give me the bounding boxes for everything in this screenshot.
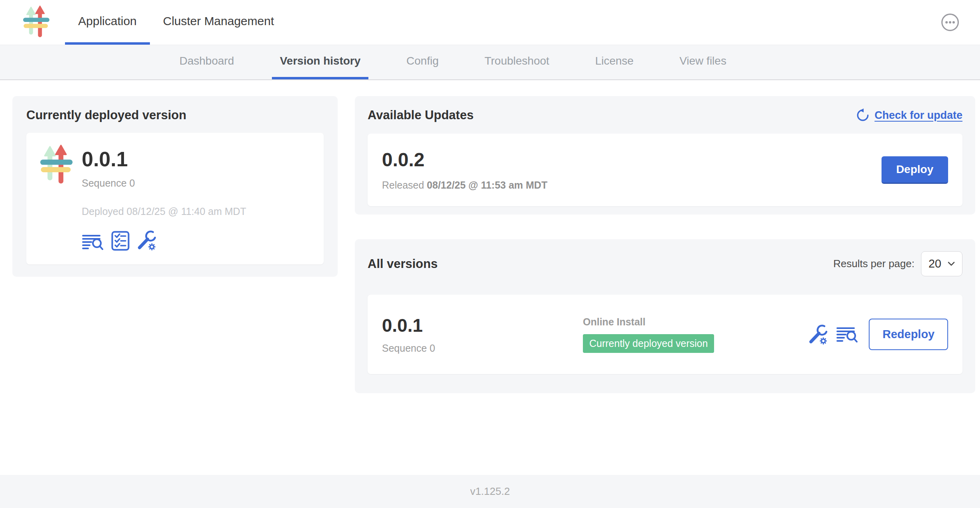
preflight-checks-icon[interactable] bbox=[111, 231, 130, 251]
subnav-tab-view-files-label: View files bbox=[679, 55, 726, 67]
results-per-page-select[interactable]: 20 bbox=[921, 251, 962, 276]
edit-config-icon[interactable] bbox=[137, 230, 157, 251]
update-version-number: 0.0.2 bbox=[382, 149, 547, 171]
deployed-version-box: 0.0.1 Sequence 0 Deployed 08/12/25 @ 11:… bbox=[26, 133, 324, 264]
chevron-down-icon bbox=[948, 262, 955, 266]
row-version-number: 0.0.1 bbox=[382, 315, 583, 336]
currently-deployed-title: Currently deployed version bbox=[26, 108, 324, 122]
results-per-page-value: 20 bbox=[929, 257, 941, 270]
update-row: 0.0.2 Released 08/12/25 @ 11:53 am MDT D… bbox=[368, 134, 962, 206]
update-released-timestamp: Released 08/12/25 @ 11:53 am MDT bbox=[382, 179, 547, 191]
app-section-nav: Dashboard Version history Config Trouble… bbox=[0, 45, 980, 80]
view-logs-icon[interactable] bbox=[82, 233, 104, 251]
row-sequence-label: Sequence 0 bbox=[382, 343, 583, 354]
row-actions: Redeploy bbox=[808, 319, 948, 350]
all-versions-card: All versions Results per page: 20 0.0 bbox=[355, 239, 975, 393]
more-menu-button[interactable] bbox=[941, 13, 959, 32]
console-footer: v1.125.2 bbox=[0, 475, 980, 508]
version-row: 0.0.1 Sequence 0 Online Install Currentl… bbox=[368, 295, 962, 374]
subnav-tab-config[interactable]: Config bbox=[398, 45, 447, 79]
deploy-button[interactable]: Deploy bbox=[882, 156, 948, 184]
view-logs-icon[interactable] bbox=[836, 326, 858, 343]
check-for-update-link[interactable]: Check for update bbox=[856, 108, 962, 122]
subnav-tab-troubleshoot-label: Troubleshoot bbox=[484, 55, 549, 67]
currently-deployed-badge: Currently deployed version bbox=[583, 334, 714, 353]
released-prefix: Released bbox=[382, 179, 424, 191]
install-type-label: Online Install bbox=[583, 316, 808, 328]
deployed-version-number: 0.0.1 bbox=[82, 147, 246, 171]
update-details: 0.0.2 Released 08/12/25 @ 11:53 am MDT bbox=[382, 149, 547, 191]
subnav-tab-view-files[interactable]: View files bbox=[671, 45, 734, 79]
available-updates-title: Available Updates bbox=[368, 108, 474, 122]
admin-console-page: Application Cluster Management Dashboard… bbox=[0, 0, 980, 508]
available-updates-card: Available Updates Check for update 0.0.2… bbox=[355, 96, 975, 215]
subnav-tab-version-history-label: Version history bbox=[280, 55, 360, 67]
app-logo-icon bbox=[23, 5, 49, 39]
subnav-tab-troubleshoot[interactable]: Troubleshoot bbox=[476, 45, 557, 79]
top-tab-application-label: Application bbox=[78, 14, 137, 28]
refresh-icon bbox=[856, 108, 870, 122]
redeploy-button[interactable]: Redeploy bbox=[869, 319, 948, 350]
edit-config-icon[interactable] bbox=[808, 324, 828, 345]
deployed-version-details: 0.0.1 Sequence 0 Deployed 08/12/25 @ 11:… bbox=[82, 145, 246, 252]
released-date: 08/12/25 @ 11:53 am MDT bbox=[427, 179, 547, 191]
check-for-update-label: Check for update bbox=[874, 109, 962, 122]
available-updates-header: Available Updates Check for update bbox=[368, 108, 962, 122]
console-version-label: v1.125.2 bbox=[470, 485, 510, 498]
deployed-sequence-label: Sequence 0 bbox=[82, 177, 246, 189]
subnav-tab-config-label: Config bbox=[406, 55, 439, 67]
top-navigation-bar: Application Cluster Management bbox=[0, 0, 980, 45]
deployed-timestamp: Deployed 08/12/25 @ 11:40 am MDT bbox=[82, 206, 246, 217]
row-version-block: 0.0.1 Sequence 0 bbox=[382, 315, 583, 354]
all-versions-title: All versions bbox=[368, 257, 438, 271]
top-tab-application[interactable]: Application bbox=[65, 0, 150, 45]
top-tab-cluster-management[interactable]: Cluster Management bbox=[150, 0, 287, 45]
deployed-version-actions bbox=[82, 230, 246, 251]
results-per-page: Results per page: 20 bbox=[833, 251, 962, 276]
app-logo-icon bbox=[37, 145, 75, 186]
subnav-tab-dashboard[interactable]: Dashboard bbox=[171, 45, 242, 79]
subnav-tab-version-history[interactable]: Version history bbox=[272, 45, 368, 79]
main-content: Currently deployed version 0.0.1 Sequenc… bbox=[0, 80, 980, 475]
all-versions-header: All versions Results per page: 20 bbox=[368, 251, 962, 276]
subnav-tab-license-label: License bbox=[595, 55, 634, 67]
right-column: Available Updates Check for update 0.0.2… bbox=[355, 96, 975, 393]
subnav-tab-license[interactable]: License bbox=[587, 45, 642, 79]
row-install-block: Online Install Currently deployed versio… bbox=[583, 316, 808, 353]
currently-deployed-card: Currently deployed version 0.0.1 Sequenc… bbox=[12, 96, 338, 277]
subnav-tab-dashboard-label: Dashboard bbox=[179, 55, 234, 67]
top-tab-cluster-management-label: Cluster Management bbox=[163, 14, 274, 28]
results-per-page-label: Results per page: bbox=[833, 258, 915, 270]
